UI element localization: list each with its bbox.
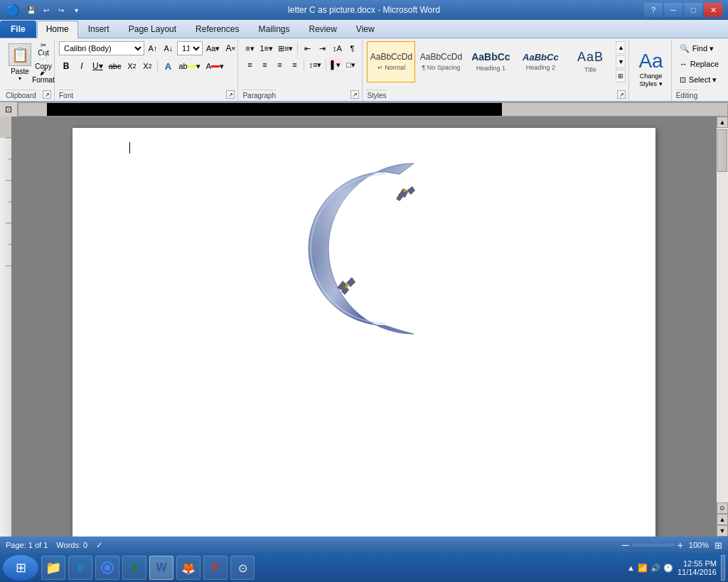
align-center-btn[interactable]: ≡ bbox=[257, 58, 272, 72]
styles-scroll-down-btn[interactable]: ▼ bbox=[616, 55, 626, 68]
strikethrough-button[interactable]: abc bbox=[107, 59, 124, 73]
replace-button[interactable]: ↔ Replace bbox=[676, 57, 722, 71]
tab-insert[interactable]: Insert bbox=[79, 21, 119, 38]
styles-scroll-up-btn[interactable]: ▲ bbox=[616, 41, 626, 54]
styles-expand-btn[interactable]: ↗ bbox=[617, 90, 626, 99]
prev-page-btn[interactable]: ▲ bbox=[717, 514, 728, 525]
text-effects-btn[interactable]: A bbox=[161, 59, 175, 73]
ruler-corner-btn[interactable]: ⊡ bbox=[0, 102, 18, 117]
numbering-btn[interactable]: 1≡▾ bbox=[257, 41, 275, 55]
italic-button[interactable]: I bbox=[75, 59, 89, 73]
clipboard-expand-btn[interactable]: ↗ bbox=[43, 90, 51, 99]
tab-mailings[interactable]: Mailings bbox=[249, 21, 299, 38]
paragraph-label-row: Paragraph ↗ bbox=[242, 88, 359, 101]
tray-arrow[interactable]: ▲ bbox=[627, 564, 635, 572]
taskbar-app8[interactable]: ⊙ bbox=[230, 556, 255, 580]
taskbar-firefox[interactable]: 🦊 bbox=[176, 556, 200, 580]
superscript-button[interactable]: X2 bbox=[140, 59, 154, 73]
taskbar-excel[interactable]: X bbox=[122, 556, 146, 580]
next-page-btn[interactable]: ▼ bbox=[717, 525, 728, 537]
styles-more-btn[interactable]: ⊞ bbox=[616, 70, 626, 82]
format-painter-button[interactable]: 🖌 Format bbox=[36, 70, 51, 82]
align-left-btn[interactable]: ≡ bbox=[242, 58, 257, 72]
styles-group: AaBbCcDd ↵ Normal AaBbCcDd ¶ No Spacing … bbox=[364, 40, 629, 101]
svg-rect-1 bbox=[18, 103, 47, 117]
taskbar-powerpoint[interactable]: P bbox=[203, 556, 228, 580]
justify-btn[interactable]: ≡ bbox=[287, 58, 301, 72]
scroll-thumb[interactable] bbox=[717, 129, 727, 172]
paragraph-expand-btn[interactable]: ↗ bbox=[350, 90, 359, 99]
style-normal[interactable]: AaBbCcDd ↵ Normal bbox=[367, 41, 415, 82]
tab-page-layout[interactable]: Page Layout bbox=[119, 21, 186, 38]
font-size-decrease-btn[interactable]: A↓ bbox=[161, 41, 176, 55]
paste-button[interactable]: 📋 Paste ▾ bbox=[6, 41, 34, 84]
style-heading2-preview: AaBbCc bbox=[523, 53, 559, 63]
tray-clock-icon: 🕐 bbox=[663, 564, 673, 573]
tab-review[interactable]: Review bbox=[299, 21, 346, 38]
zoom-slider[interactable] bbox=[632, 544, 675, 546]
decrease-indent-btn[interactable]: ⇤ bbox=[300, 41, 314, 55]
font-size-increase-btn[interactable]: A↑ bbox=[146, 41, 160, 55]
select-browse-btn[interactable]: ⊙ bbox=[717, 502, 728, 514]
clear-format-btn[interactable]: A✕ bbox=[223, 41, 238, 55]
save-qa-btn[interactable]: 💾 bbox=[25, 4, 38, 16]
style-no-spacing[interactable]: AaBbCcDd ¶ No Spacing bbox=[417, 41, 465, 82]
tray-volume[interactable]: 🔊 bbox=[651, 564, 660, 573]
style-heading1[interactable]: AaBbCc Heading 1 bbox=[466, 41, 515, 82]
scroll-track[interactable] bbox=[717, 128, 728, 502]
font-expand-btn[interactable]: ↗ bbox=[226, 90, 235, 99]
line-spacing-btn[interactable]: ↕≡▾ bbox=[306, 58, 323, 72]
style-title[interactable]: AaB Title bbox=[566, 41, 614, 82]
change-styles-button[interactable]: Aa ChangeStyles ▾ bbox=[633, 46, 668, 92]
styles-inner: AaBbCcDd ↵ Normal AaBbCcDd ¶ No Spacing … bbox=[367, 41, 626, 101]
multilevel-btn[interactable]: ⊞≡▾ bbox=[276, 41, 295, 55]
highlight-btn[interactable]: ab▾ bbox=[176, 59, 202, 73]
font-size-select[interactable]: 11 bbox=[177, 41, 203, 55]
maximize-btn[interactable]: □ bbox=[684, 3, 702, 17]
minimize-btn[interactable]: ─ bbox=[664, 3, 682, 17]
show-hide-btn[interactable]: ¶ bbox=[345, 41, 359, 55]
document-area[interactable] bbox=[11, 117, 717, 537]
taskbar-chrome[interactable] bbox=[95, 556, 119, 580]
letter-c-image[interactable] bbox=[293, 149, 435, 350]
font-family-select[interactable]: Calibri (Body) bbox=[59, 41, 144, 55]
start-button[interactable]: ⊞ bbox=[3, 555, 38, 581]
font-color-btn[interactable]: A▾ bbox=[204, 59, 226, 73]
scrollbar-vertical: ▲ ⊙ ▲ ▼ bbox=[717, 117, 728, 537]
zoom-out-btn[interactable]: ─ bbox=[622, 539, 629, 551]
borders-btn[interactable]: □▾ bbox=[343, 58, 358, 72]
increase-indent-btn[interactable]: ⇥ bbox=[315, 41, 329, 55]
tab-file[interactable]: File bbox=[0, 21, 36, 38]
zoom-in-btn[interactable]: + bbox=[678, 539, 683, 551]
clock-date: 11/14/2016 bbox=[678, 568, 717, 576]
cut-button[interactable]: ✂ Cut bbox=[36, 43, 51, 55]
tab-home[interactable]: Home bbox=[37, 21, 78, 38]
sort-btn[interactable]: ↕A bbox=[330, 41, 344, 55]
align-right-btn[interactable]: ≡ bbox=[272, 58, 287, 72]
bold-button[interactable]: B bbox=[59, 59, 73, 73]
close-btn[interactable]: ✕ bbox=[704, 3, 722, 17]
bullets-btn[interactable]: ≡▾ bbox=[242, 41, 257, 55]
tab-view[interactable]: View bbox=[347, 21, 384, 38]
tab-references[interactable]: References bbox=[186, 21, 248, 38]
copy-button[interactable]: 📄 Copy bbox=[36, 56, 51, 69]
select-button[interactable]: ⊡ Select ▾ bbox=[676, 72, 721, 87]
redo-qa-btn[interactable]: ↪ bbox=[55, 4, 68, 16]
tray-network[interactable]: 📶 bbox=[638, 564, 648, 573]
view-mode-btn[interactable]: ⊞ bbox=[714, 540, 722, 551]
scroll-btns-bottom: ⊙ ▲ ▼ bbox=[717, 502, 728, 537]
underline-button[interactable]: U▾ bbox=[90, 59, 105, 73]
undo-qa-btn[interactable]: ↩ bbox=[40, 4, 53, 16]
taskbar-explorer[interactable]: 📁 bbox=[41, 556, 65, 580]
taskbar-ie[interactable]: e bbox=[68, 556, 92, 580]
customize-qa-btn[interactable]: ▾ bbox=[70, 4, 82, 16]
find-button[interactable]: 🔍 Find ▾ bbox=[676, 41, 717, 55]
shading-btn[interactable]: ▌▾ bbox=[328, 58, 343, 72]
scroll-up-btn[interactable]: ▲ bbox=[717, 117, 728, 128]
help-btn[interactable]: ? bbox=[644, 3, 663, 17]
show-desktop-btn[interactable] bbox=[721, 555, 725, 581]
subscript-button[interactable]: X2 bbox=[124, 59, 139, 73]
taskbar-word[interactable]: W bbox=[149, 556, 173, 580]
style-heading2[interactable]: AaBbCc Heading 2 bbox=[516, 41, 564, 82]
change-case-btn[interactable]: Aa▾ bbox=[204, 41, 222, 55]
